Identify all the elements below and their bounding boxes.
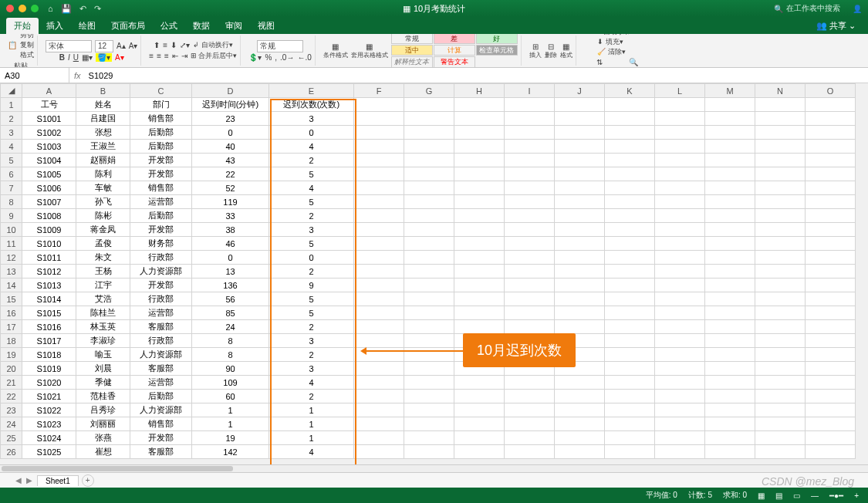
- cell-J1[interactable]: [555, 98, 605, 112]
- style-calc[interactable]: 计算: [434, 45, 475, 56]
- cell-D12[interactable]: 0: [192, 251, 269, 265]
- cell-I11[interactable]: [505, 237, 555, 251]
- cell-H13[interactable]: [454, 265, 505, 279]
- search-box[interactable]: 🔍 在工作表中搜索 👤: [774, 3, 862, 14]
- cell-C17[interactable]: 客服部: [130, 320, 192, 334]
- col-header-D[interactable]: D: [192, 84, 269, 98]
- col-header-I[interactable]: I: [505, 84, 555, 98]
- cell-O24[interactable]: [806, 417, 856, 431]
- cell-A17[interactable]: S1016: [22, 320, 76, 334]
- cell-I5[interactable]: [505, 154, 555, 167]
- cell-B21[interactable]: 季健: [76, 376, 130, 390]
- cell-G22[interactable]: [404, 390, 454, 403]
- cell-K21[interactable]: [605, 376, 655, 390]
- cell-K14[interactable]: [605, 279, 655, 292]
- cell-A2[interactable]: S1001: [22, 112, 76, 126]
- cell-B22[interactable]: 范桂香: [76, 390, 130, 403]
- cell-C11[interactable]: 财务部: [130, 237, 192, 251]
- fx-icon[interactable]: fx: [69, 71, 86, 80]
- cell-M21[interactable]: [705, 376, 755, 390]
- row-header-22[interactable]: 22: [1, 390, 22, 403]
- cell-I12[interactable]: [505, 251, 555, 265]
- cell-M20[interactable]: [705, 362, 755, 376]
- cell-F16[interactable]: [354, 306, 404, 320]
- cell-C6[interactable]: 开发部: [130, 167, 192, 181]
- view-normal-icon[interactable]: ▦: [758, 491, 765, 500]
- cell-N20[interactable]: [755, 362, 806, 376]
- row-header-2[interactable]: 2: [1, 112, 22, 126]
- cell-M26[interactable]: [705, 445, 755, 459]
- cell-O3[interactable]: [806, 126, 856, 140]
- cell-I6[interactable]: [505, 167, 555, 181]
- cell-L23[interactable]: [655, 403, 705, 417]
- cell-G13[interactable]: [404, 265, 454, 279]
- cell-K26[interactable]: [605, 445, 655, 459]
- cell-L15[interactable]: [655, 292, 705, 306]
- cell-H25[interactable]: [454, 431, 505, 445]
- cell-M5[interactable]: [705, 154, 755, 167]
- cell-N5[interactable]: [755, 154, 806, 167]
- cell-F4[interactable]: [354, 140, 404, 154]
- cell-E17[interactable]: 2: [269, 320, 354, 334]
- save-icon[interactable]: 💾: [61, 4, 72, 14]
- cell-D10[interactable]: 38: [192, 223, 269, 237]
- cell-J10[interactable]: [555, 223, 605, 237]
- cell-G25[interactable]: [404, 431, 454, 445]
- cell-E14[interactable]: 9: [269, 279, 354, 292]
- redo-icon[interactable]: ↷: [94, 4, 101, 14]
- cell-K6[interactable]: [605, 167, 655, 181]
- cell-O5[interactable]: [806, 154, 856, 167]
- cell-O12[interactable]: [806, 251, 856, 265]
- cell-A6[interactable]: S1005: [22, 167, 76, 181]
- tab-draw[interactable]: 绘图: [71, 18, 103, 34]
- scrollbar-thumb[interactable]: [2, 466, 233, 471]
- cell-O4[interactable]: [806, 140, 856, 154]
- cell-I22[interactable]: [505, 390, 555, 403]
- cell-B18[interactable]: 李淑珍: [76, 334, 130, 348]
- cell-M9[interactable]: [705, 209, 755, 223]
- cell-F15[interactable]: [354, 292, 404, 306]
- cell-H4[interactable]: [454, 140, 505, 154]
- cell-H1[interactable]: [454, 98, 505, 112]
- cell-K10[interactable]: [605, 223, 655, 237]
- cell-A22[interactable]: S1021: [22, 390, 76, 403]
- cell-M19[interactable]: [705, 348, 755, 362]
- increase-decimal-icon[interactable]: .0→: [280, 53, 294, 62]
- view-layout-icon[interactable]: ▤: [775, 491, 782, 500]
- cell-B3[interactable]: 张想: [76, 126, 130, 140]
- cell-J26[interactable]: [555, 445, 605, 459]
- cell-E22[interactable]: 2: [269, 390, 354, 403]
- cell-L13[interactable]: [655, 265, 705, 279]
- cell-N26[interactable]: [755, 445, 806, 459]
- style-warn[interactable]: 警告文本: [434, 56, 475, 68]
- cell-M24[interactable]: [705, 417, 755, 431]
- cell-K8[interactable]: [605, 195, 655, 209]
- currency-icon[interactable]: 💲▾: [248, 53, 262, 62]
- cell-K16[interactable]: [605, 306, 655, 320]
- cell-N11[interactable]: [755, 237, 806, 251]
- conditional-format-icon[interactable]: ▦: [323, 42, 348, 51]
- cell-C16[interactable]: 运营部: [130, 306, 192, 320]
- cell-L22[interactable]: [655, 390, 705, 403]
- cell-A12[interactable]: S1011: [22, 251, 76, 265]
- cell-G23[interactable]: [404, 403, 454, 417]
- cell-L17[interactable]: [655, 320, 705, 334]
- cell-H10[interactable]: [454, 223, 505, 237]
- copy-button[interactable]: 复制: [20, 40, 34, 50]
- cell-C26[interactable]: 客服部: [130, 445, 192, 459]
- cell-N10[interactable]: [755, 223, 806, 237]
- cell-N19[interactable]: [755, 348, 806, 362]
- cell-M15[interactable]: [705, 292, 755, 306]
- cell-A9[interactable]: S1008: [22, 209, 76, 223]
- cell-B24[interactable]: 刘丽丽: [76, 417, 130, 431]
- cell-C22[interactable]: 后勤部: [130, 390, 192, 403]
- col-header-B[interactable]: B: [76, 84, 130, 98]
- cell-B12[interactable]: 朱文: [76, 251, 130, 265]
- cell-D8[interactable]: 119: [192, 195, 269, 209]
- cell-J25[interactable]: [555, 431, 605, 445]
- style-normal[interactable]: 常规: [391, 34, 433, 44]
- cell-C1[interactable]: 部门: [130, 98, 192, 112]
- format-painter-button[interactable]: 格式: [20, 50, 34, 60]
- cell-L3[interactable]: [655, 126, 705, 140]
- cell-K13[interactable]: [605, 265, 655, 279]
